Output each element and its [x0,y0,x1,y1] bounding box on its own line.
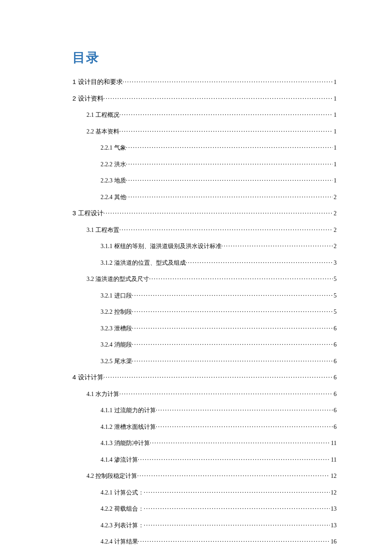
toc-heading: 目录 [72,49,337,66]
toc-entry-label: 4 设计计算 [72,373,104,382]
toc-entry[interactable]: 3.2.5 尾水渠6 [72,357,337,365]
toc-entry-page: 16 [330,538,337,545]
toc-entry[interactable]: 2.2.1 气象1 [72,143,337,152]
toc-leader-dots [222,242,333,248]
toc-entry-label: 3.1.2 溢洪道的位置、型式及组成 [101,259,186,267]
toc-entry-label: 2.2.3 地质 [101,177,126,185]
toc-entry[interactable]: 4.1.3 消能防冲计算 11 [72,439,337,447]
toc-entry-page: 12 [330,489,337,496]
toc-leader-dots [123,78,333,84]
toc-entry-page: 2 [333,227,337,234]
toc-entry-page: 2 [333,194,337,201]
toc-leader-dots [119,110,333,117]
toc-leader-dots [126,176,333,182]
toc-entry-label: 4.1.4 渗流计算 [101,456,138,464]
toc-entry[interactable]: 4.2.1 计算公式： 12 [72,488,337,497]
toc-entry-page: 1 [333,161,337,168]
toc-entry-page: 1 [333,145,337,151]
toc-entry-label: 2.2.4 其他 [101,194,126,201]
toc-entry-label: 2.2.1 气象 [101,144,126,152]
toc-leader-dots [156,422,333,429]
toc-entry-page: 13 [330,522,337,529]
toc-entry-label: 4.2 控制段稳定计算 [86,472,137,480]
toc-entry-page: 3 [333,260,337,266]
toc-entry-page: 6 [333,341,337,348]
toc-entry[interactable]: 4.1.2 泄槽水面线计算 6 [72,422,337,431]
toc-entry-page: 1 [333,95,337,102]
toc-entry[interactable]: 2 设计资料1 [72,94,337,103]
toc-entry[interactable]: 3.2.3 泄槽段6 [72,324,337,332]
toc-entry-page: 13 [330,506,337,512]
toc-entry[interactable]: 4.2.3 列表计算： 13 [72,521,337,529]
toc-entry[interactable]: 4.2 控制段稳定计算12 [72,471,337,480]
toc-entry-label: 3.2.5 尾水渠 [101,358,132,365]
toc-entry[interactable]: 4.1 水力计算 6 [72,390,337,398]
toc-entry[interactable]: 3.1 工程布置2 [72,225,337,234]
toc-entry-label: 2 设计资料 [72,95,104,103]
toc-entry-page: 1 [333,79,337,86]
toc-entry[interactable]: 4.1.4 渗流计算 11 [72,455,337,464]
toc-leader-dots [138,537,330,543]
toc-leader-dots [150,439,330,445]
toc-entry[interactable]: 2.2.4 其他2 [72,193,337,201]
toc-entry-page: 12 [330,473,337,480]
toc-entry[interactable]: 3.1.2 溢洪道的位置、型式及组成 3 [72,258,337,267]
toc-entry-label: 3.1.1 枢纽的等别、溢洪道级别及洪水设计标准 [101,243,222,250]
toc-entry[interactable]: 2.2.2 洪水1 [72,160,337,168]
toc-entry-page: 11 [330,457,337,463]
toc-entry[interactable]: 2.2 基本资料1 [72,127,337,136]
toc-entry-page: 6 [333,407,337,414]
toc-entry[interactable]: 2.2.3 地质1 [72,176,337,185]
toc-entry[interactable]: 3.2 溢洪道的型式及尺寸5 [72,275,337,283]
toc-entry-label: 4.1.2 泄槽水面线计算 [101,423,156,431]
toc-leader-dots [144,488,330,494]
toc-entry-label: 2.2.2 洪水 [101,161,126,168]
toc-entry-page: 5 [333,309,337,315]
toc-leader-dots [149,275,333,281]
toc-entry[interactable]: 2.1 工程概况1 [72,110,337,119]
toc-entry-label: 1 设计目的和要求 [72,78,123,86]
toc-leader-dots [144,521,330,527]
toc-entry-page: 6 [333,374,337,381]
toc-leader-dots [132,291,333,298]
toc-leader-dots [186,258,333,265]
toc-entry-label: 2.1 工程概况 [86,111,119,119]
toc-leader-dots [119,225,333,232]
toc-entry-label: 3.2 溢洪道的型式及尺寸 [86,275,149,283]
toc-entry[interactable]: 4 设计计算 6 [72,373,337,382]
toc-entry-page: 2 [333,210,337,217]
toc-entry-page: 1 [333,112,337,119]
toc-leader-dots [132,307,333,314]
toc-entry[interactable]: 3.2.2 控制段 5 [72,307,337,316]
toc-leader-dots [126,193,333,199]
toc-entry-page: 2 [333,243,337,250]
toc-leader-dots [119,127,333,133]
toc-leader-dots [104,94,333,101]
toc-entry-page: 6 [333,391,337,398]
toc-entry[interactable]: 4.2.4 计算结果 16 [72,537,337,546]
toc-entry[interactable]: 4.2.2 荷载组合： 13 [72,504,337,513]
toc-entry[interactable]: 4.1.1 过流能力的计算 6 [72,406,337,414]
toc-leader-dots [104,373,333,379]
toc-entry-label: 4.2.2 荷载组合： [101,505,144,513]
toc-entry-page: 6 [333,358,337,365]
toc-entry-page: 1 [333,128,337,135]
toc-entry[interactable]: 3.2.4 消能段 6 [72,340,337,349]
toc-entry-page: 5 [333,292,337,299]
toc-leader-dots [126,160,333,166]
toc-leader-dots [132,340,333,347]
toc-entry-page: 1 [333,177,337,184]
toc-entry-label: 4.2.4 计算结果 [101,538,138,546]
toc-entry-label: 3.2.3 泄槽段 [101,325,132,332]
toc-entry-page: 11 [330,440,337,447]
toc-leader-dots [132,357,333,363]
toc-leader-dots [138,455,330,462]
toc-entry[interactable]: 3 工程设计 2 [72,209,337,217]
toc-entry[interactable]: 3.1.1 枢纽的等别、溢洪道级别及洪水设计标准 2 [72,242,337,250]
toc-leader-dots [156,406,333,412]
toc-entry-label: 4.1 水力计算 [86,390,119,398]
table-of-contents: 1 设计目的和要求 12 设计资料12.1 工程概况12.2 基本资料12.2.… [72,78,337,546]
toc-entry[interactable]: 3.2.1 进口段 5 [72,291,337,300]
toc-leader-dots [126,143,333,150]
toc-entry[interactable]: 1 设计目的和要求 1 [72,78,337,86]
